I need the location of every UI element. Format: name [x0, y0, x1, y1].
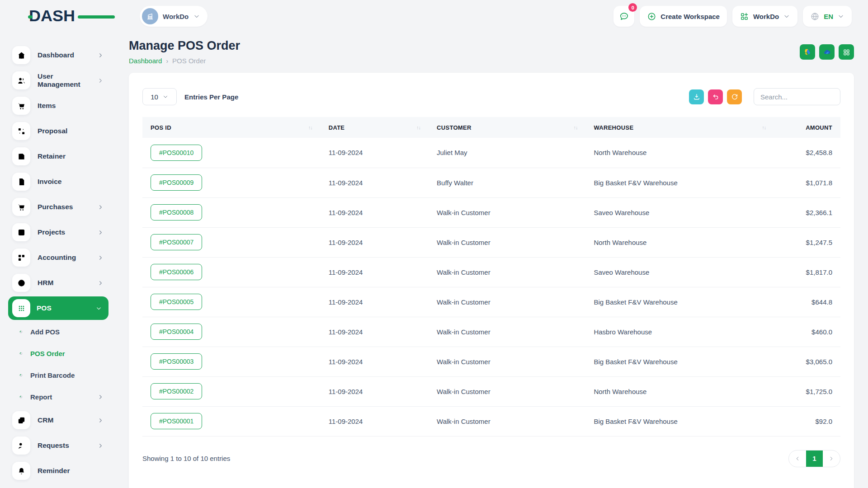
warehouse-cell: Big Basket F&V Warehouse	[585, 287, 774, 317]
chevron-down-icon	[783, 13, 790, 20]
requests-icon	[12, 436, 30, 455]
messages-count-badge: 0	[628, 3, 637, 12]
sidebar-subitem-add-pos[interactable]: Add POS	[0, 321, 117, 343]
sidebar-item-items[interactable]: Items	[0, 93, 117, 118]
app-logo: DASH	[29, 7, 97, 25]
bullet-ring-icon	[18, 329, 24, 335]
globe-icon	[810, 12, 820, 21]
pos-id-link[interactable]: #POS00007	[151, 234, 202, 250]
messages-button[interactable]: 0	[613, 6, 634, 27]
amount-cell: $644.8	[774, 287, 840, 317]
sidebar-item-label: Accounting	[38, 253, 97, 262]
pos-id-link[interactable]: #POS00009	[151, 174, 202, 191]
warehouse-cell: Big Basket F&V Warehouse	[585, 347, 774, 376]
logo-text: DASH	[29, 7, 75, 25]
pagination-prev-button[interactable]	[789, 450, 806, 467]
entries-per-page-select[interactable]: 10	[142, 88, 177, 105]
pos-id-link[interactable]: #POS00001	[151, 413, 202, 429]
sidebar-item-purchases[interactable]: Purchases	[0, 194, 117, 220]
chevron-right-icon	[97, 52, 104, 59]
create-workspace-button[interactable]: Create Workspace	[640, 6, 727, 27]
sidebar-subitem-print-barcode[interactable]: Print Barcode	[0, 364, 117, 386]
pos-id-link[interactable]: #POS00003	[151, 353, 202, 370]
pagination-page-1[interactable]: 1	[806, 450, 823, 467]
amount-cell: $1,817.0	[774, 257, 840, 287]
customer-cell: Buffy Walter	[429, 168, 585, 197]
chevron-right-icon	[828, 455, 835, 462]
sidebar-item-requests[interactable]: Requests	[0, 433, 117, 458]
table-row: #POS0000311-09-2024Walk-in CustomerBig B…	[142, 347, 840, 376]
sidebar-item-retainer[interactable]: Retainer	[0, 144, 117, 169]
pos-id-link[interactable]: #POS00005	[151, 294, 202, 310]
sidebar-item-pos[interactable]: POS	[8, 296, 108, 320]
language-selector[interactable]: EN	[803, 6, 852, 27]
cart-icon	[12, 198, 30, 216]
grid-view-button[interactable]	[839, 44, 854, 60]
column-header-customer[interactable]: CUSTOMER↑↓	[429, 117, 585, 138]
workspace-avatar	[142, 8, 158, 24]
customer-cell: Juliet May	[429, 138, 585, 168]
refresh-button[interactable]	[727, 89, 742, 104]
sidebar-item-label: CRM	[38, 416, 97, 424]
column-header-label: WAREHOUSE	[594, 124, 633, 131]
google-drive-button[interactable]	[800, 44, 815, 60]
warehouse-cell: North Warehouse	[585, 138, 774, 168]
sidebar-item-invoice[interactable]: Invoice	[0, 169, 117, 194]
date-cell: 11-09-2024	[321, 287, 429, 317]
workspace-selector[interactable]: WorkDo	[140, 6, 208, 27]
hrm-icon	[12, 274, 30, 292]
sidebar-item-accounting[interactable]: Accounting	[0, 245, 117, 270]
main-content: Manage POS Order Dashboard › POS Order 1…	[117, 33, 868, 488]
breadcrumb-dashboard-link[interactable]: Dashboard	[129, 57, 162, 65]
column-header-warehouse[interactable]: WAREHOUSE↑↓	[585, 117, 774, 138]
bullet-ring-icon	[18, 351, 24, 357]
download-icon	[693, 93, 701, 101]
pos-id-link[interactable]: #POS00004	[151, 324, 202, 340]
sidebar-subitem-label: POS Order	[30, 350, 104, 357]
sidebar-item-label: User Management	[38, 72, 97, 89]
table-row: #POS0000611-09-2024Walk-in CustomerSaveo…	[142, 257, 840, 287]
pos-id-link[interactable]: #POS00002	[151, 383, 202, 399]
table-row: #POS0000911-09-2024Buffy WalterBig Baske…	[142, 168, 840, 197]
pos-id-link[interactable]: #POS00006	[151, 264, 202, 280]
sidebar-subitem-pos-order[interactable]: POS Order	[0, 343, 117, 364]
sort-arrows-icon: ↑↓	[308, 125, 312, 130]
customer-cell: Walk-in Customer	[429, 317, 585, 347]
sidebar-item-proposal[interactable]: Proposal	[0, 118, 117, 144]
date-cell: 11-09-2024	[321, 406, 429, 436]
sidebar-item-projects[interactable]: Projects	[0, 220, 117, 245]
customer-cell: Walk-in Customer	[429, 406, 585, 436]
onedrive-button[interactable]	[819, 44, 835, 60]
customer-cell: Walk-in Customer	[429, 347, 585, 376]
sidebar-item-hrm[interactable]: HRM	[0, 270, 117, 296]
sort-arrows-icon: ↑↓	[416, 125, 420, 130]
export-button[interactable]	[689, 89, 704, 104]
sidebar-subitem-report[interactable]: Report	[0, 386, 117, 408]
pos-id-link[interactable]: #POS00010	[151, 145, 202, 161]
amount-cell: $1,071.8	[774, 168, 840, 197]
chevron-down-icon	[193, 13, 200, 20]
pagination-next-button[interactable]	[823, 450, 840, 467]
workspace-menu-button[interactable]: WorkDo	[732, 6, 797, 27]
customer-cell: Walk-in Customer	[429, 227, 585, 257]
column-header-pos-id[interactable]: POS ID↑↓	[142, 117, 321, 138]
column-header-date[interactable]: DATE↑↓	[321, 117, 429, 138]
chat-bubble-icon	[619, 11, 629, 22]
column-header-amount[interactable]: AMOUNT	[774, 117, 840, 138]
sort-arrows-icon: ↑↓	[762, 125, 766, 130]
plus-circle-icon	[647, 12, 656, 21]
sidebar-item-label: Invoice	[38, 178, 104, 186]
pos-id-link[interactable]: #POS00008	[151, 204, 202, 221]
reminder-icon	[12, 462, 30, 480]
search-input[interactable]	[754, 88, 840, 105]
reset-button[interactable]	[708, 89, 723, 104]
sidebar-item-dashboard[interactable]: Dashboard	[0, 42, 117, 68]
sidebar-item-crm[interactable]: CRM	[0, 408, 117, 433]
date-cell: 11-09-2024	[321, 257, 429, 287]
table-row: #POS0000811-09-2024Walk-in CustomerSaveo…	[142, 197, 840, 227]
sidebar-item-reminder[interactable]: Reminder	[0, 458, 117, 483]
sidebar-item-user-management[interactable]: User Management	[0, 68, 117, 93]
topbar: DASH WorkDo 0 Create Workspace WorkDo EN	[0, 0, 868, 33]
entries-per-page-label: Entries Per Page	[184, 93, 238, 101]
customer-cell: Walk-in Customer	[429, 287, 585, 317]
